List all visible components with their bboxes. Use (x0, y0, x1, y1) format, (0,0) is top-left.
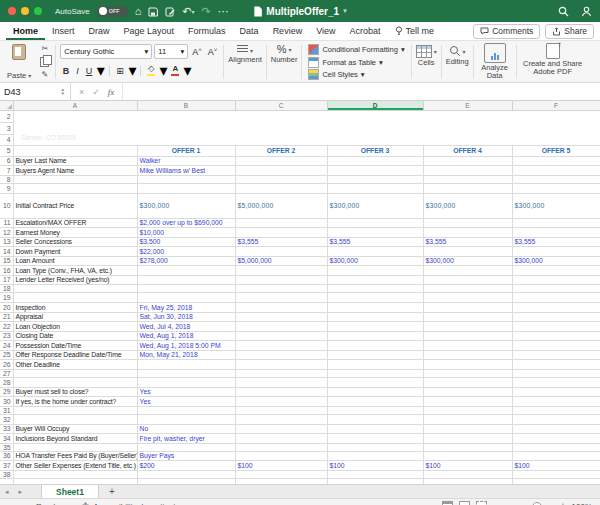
cell-E33[interactable] (423, 424, 512, 434)
cell-F7[interactable] (512, 166, 600, 176)
cell-B26[interactable] (137, 360, 235, 370)
cell-E10[interactable]: $300,000 (423, 193, 512, 218)
cell-F20[interactable] (512, 303, 600, 313)
row-header-33[interactable]: 33 (0, 424, 13, 434)
cell-E21[interactable] (423, 312, 512, 322)
cell-D10[interactable]: $300,000 (327, 193, 423, 218)
cell-B29[interactable]: Yes (137, 387, 235, 397)
cell-C28[interactable] (235, 377, 327, 387)
cell-D7[interactable] (327, 166, 423, 176)
font-color-button[interactable]: A (169, 65, 181, 76)
ribbon-tab-data[interactable]: Data (233, 22, 266, 40)
home-icon[interactable]: ⌂ (135, 6, 142, 17)
cell-F14[interactable] (512, 247, 600, 257)
cell-F26[interactable] (512, 360, 600, 370)
cell-F23[interactable] (512, 331, 600, 341)
cell-D24[interactable] (327, 341, 423, 351)
cell-D22[interactable] (327, 322, 423, 332)
cell-D21[interactable] (327, 312, 423, 322)
cell-D5[interactable]: OFFER 3 (327, 145, 423, 156)
cell-A23[interactable]: Closing Date (13, 331, 137, 341)
cell-C30[interactable] (235, 397, 327, 407)
cell-A15[interactable]: Loan Amount (13, 256, 137, 266)
cell-E38[interactable] (423, 470, 512, 478)
bold-button[interactable]: B (60, 66, 72, 76)
cell-F10[interactable]: $300,000 (512, 193, 600, 218)
row-header-10[interactable]: 10 (0, 193, 13, 218)
cell-A32[interactable]: OTHER CONSIDERATIONS (13, 414, 137, 424)
cell-A8[interactable] (13, 175, 137, 183)
cell-C35[interactable] (235, 443, 327, 451)
cell-D19[interactable] (327, 293, 423, 303)
cell-F33[interactable] (512, 424, 600, 434)
cell-D28[interactable] (327, 377, 423, 387)
autosave-toggle[interactable]: OFF (97, 6, 128, 17)
cell-A34[interactable]: Inclusions Beyond Standard (13, 434, 137, 444)
cell-D27[interactable] (327, 369, 423, 377)
format-as-table-button[interactable]: Format as Table▾ (308, 57, 404, 68)
sheet-nav-left-icon[interactable]: ◂ (0, 485, 14, 498)
cell-B36[interactable]: Buyer Pays (137, 451, 235, 461)
cell-E29[interactable] (423, 387, 512, 397)
cell-B37[interactable]: $200 (137, 461, 235, 471)
cell-E20[interactable] (423, 303, 512, 313)
cell-D6[interactable] (327, 156, 423, 166)
sheet-tab-active[interactable]: Sheet1 (41, 485, 99, 498)
cell-E18[interactable] (423, 285, 512, 293)
cell-D8[interactable] (327, 175, 423, 183)
undo-button[interactable]: ↶▾ (182, 6, 194, 17)
column-header-C[interactable]: C (235, 101, 327, 110)
row-header-26[interactable]: 26 (0, 360, 13, 370)
cell-D14[interactable] (327, 247, 423, 257)
cell-B6[interactable]: Walker (137, 156, 235, 166)
cell-B28[interactable] (137, 377, 235, 387)
borders-button[interactable]: ⊞ (114, 66, 127, 76)
cell-B19[interactable] (137, 293, 235, 303)
format-painter-button[interactable]: ✎ (38, 71, 51, 79)
analyze-data-button[interactable]: Analyze Data (478, 43, 512, 81)
column-header-D[interactable]: D (327, 101, 423, 110)
cell-C27[interactable] (235, 369, 327, 377)
cell-E22[interactable] (423, 322, 512, 332)
cell-C9[interactable] (235, 183, 327, 193)
cell-A13[interactable]: Seller Concessions (13, 237, 137, 247)
cell-D15[interactable]: $300,000 (327, 256, 423, 266)
row-header-25[interactable]: 25 (0, 350, 13, 360)
row-header-36[interactable]: 36 (0, 451, 13, 461)
cell-E14[interactable] (423, 247, 512, 257)
cell-E17[interactable] (423, 275, 512, 285)
cell-A31[interactable] (13, 406, 137, 414)
cell-A30[interactable]: If yes, is the home under contract? (13, 397, 137, 407)
cell-D26[interactable] (327, 360, 423, 370)
row-header-12[interactable]: 12 (0, 228, 13, 238)
cell-C11[interactable] (235, 218, 327, 228)
row-header-18[interactable]: 18 (0, 285, 13, 293)
cell-A35[interactable] (13, 443, 137, 451)
cell-E11[interactable] (423, 218, 512, 228)
cell-A19[interactable]: DATES AND DEADLINES (13, 293, 137, 303)
cell-F28[interactable] (512, 377, 600, 387)
column-header-B[interactable]: B (137, 101, 235, 110)
cell-C33[interactable] (235, 424, 327, 434)
cell-D11[interactable] (327, 218, 423, 228)
cell-E26[interactable] (423, 360, 512, 370)
cell-C7[interactable] (235, 166, 327, 176)
paste-button[interactable]: Paste ▾ (4, 43, 34, 81)
cell-F36[interactable] (512, 451, 600, 461)
cell-F25[interactable] (512, 350, 600, 360)
row-header-28[interactable]: 28 (0, 377, 13, 387)
cell-C36[interactable] (235, 451, 327, 461)
cell-B38[interactable] (137, 470, 235, 478)
row-header-24[interactable]: 24 (0, 341, 13, 351)
cell-C23[interactable] (235, 331, 327, 341)
row-header-15[interactable]: 15 (0, 256, 13, 266)
cell-A26[interactable]: Other Deadline (13, 360, 137, 370)
cell-E32[interactable] (423, 414, 512, 424)
cell-C19[interactable] (235, 293, 327, 303)
cell-F6[interactable] (512, 156, 600, 166)
row-header-13[interactable]: 13 (0, 237, 13, 247)
cell-B32[interactable] (137, 414, 235, 424)
cell-E7[interactable] (423, 166, 512, 176)
increase-font-button[interactable]: A˄ (190, 47, 204, 57)
row-header-4[interactable]: 4 (0, 134, 13, 145)
